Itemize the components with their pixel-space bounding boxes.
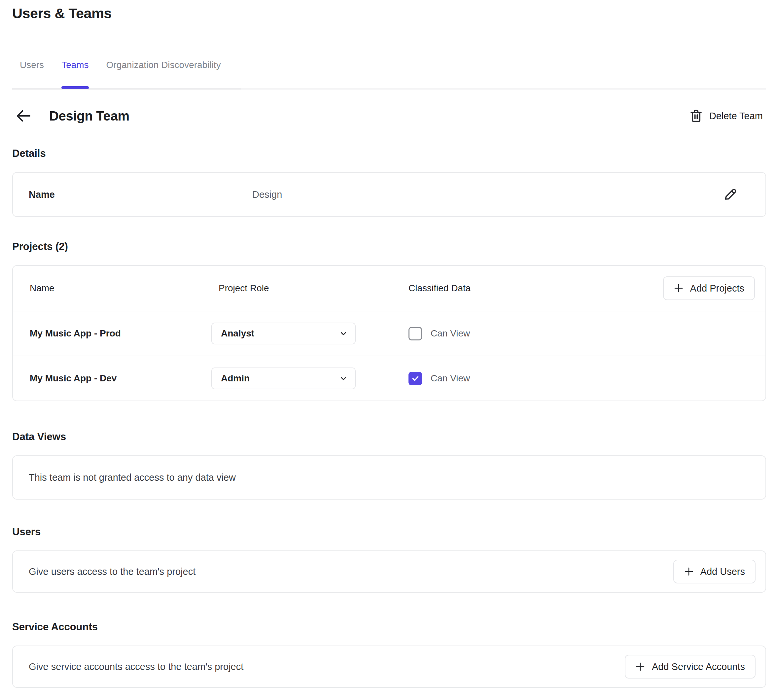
project-row-dev: My Music App - Dev Admin Can View (13, 356, 765, 400)
delete-team-label: Delete Team (709, 111, 763, 122)
plus-icon (635, 662, 645, 672)
page-title: Users & Teams (12, 5, 766, 22)
project-role-select-prod[interactable]: Analyst (212, 323, 356, 344)
project-role-select-dev[interactable]: Admin (212, 368, 356, 389)
data-views-card: This team is not granted access to any d… (12, 455, 766, 500)
project-name: My Music App - Prod (30, 328, 212, 339)
can-view-checkbox-checked[interactable] (408, 372, 422, 385)
can-view-label: Can View (431, 328, 470, 339)
add-projects-button[interactable]: Add Projects (663, 277, 755, 300)
users-description: Give users access to the team's project (29, 566, 673, 577)
service-accounts-card: Give service accounts access to the team… (12, 645, 766, 688)
selected-role-label: Admin (221, 373, 250, 384)
edit-name-button[interactable] (723, 188, 737, 202)
arrow-left-icon (16, 109, 31, 122)
can-view-label: Can View (431, 373, 470, 384)
trash-icon (690, 109, 702, 122)
add-users-button[interactable]: Add Users (673, 560, 756, 583)
service-accounts-description: Give service accounts access to the team… (29, 662, 625, 672)
team-name-value: Design (252, 189, 723, 200)
data-views-heading: Data Views (12, 431, 766, 443)
project-name: My Music App - Dev (30, 373, 212, 384)
tabs-divider (12, 88, 766, 90)
back-button[interactable] (15, 107, 32, 125)
add-service-accounts-label: Add Service Accounts (652, 662, 745, 672)
classified-can-view-toggle-dev[interactable]: Can View (408, 372, 755, 385)
projects-heading: Projects (2) (12, 241, 766, 253)
add-users-label: Add Users (700, 566, 745, 577)
projects-table-header: Name Project Role Classified Data Add Pr… (13, 266, 765, 311)
chevron-down-icon (339, 329, 348, 338)
users-card: Give users access to the team's project … (12, 550, 766, 593)
tab-teams[interactable]: Teams (62, 60, 88, 89)
team-title: Design Team (49, 108, 130, 123)
can-view-checkbox-unchecked[interactable] (408, 327, 422, 340)
delete-team-button[interactable]: Delete Team (690, 109, 766, 122)
plus-icon (684, 567, 694, 577)
add-service-accounts-button[interactable]: Add Service Accounts (625, 655, 756, 678)
service-accounts-heading: Service Accounts (12, 621, 766, 633)
name-label: Name (29, 189, 252, 200)
column-header-project-role: Project Role (212, 283, 408, 293)
data-views-empty-text: This team is not granted access to any d… (29, 472, 236, 483)
tab-users[interactable]: Users (20, 60, 44, 89)
tab-bar: Users Teams Organization Discoverability (12, 60, 766, 89)
details-card: Name Design (12, 172, 766, 217)
users-heading: Users (12, 526, 766, 538)
selected-role-label: Analyst (221, 328, 254, 339)
tab-organization-discoverability[interactable]: Organization Discoverability (106, 60, 221, 89)
users-teams-page: Users & Teams Users Teams Organization D… (0, 5, 778, 688)
tabs-divider-dark-segment (12, 88, 241, 90)
chevron-down-icon (339, 374, 348, 383)
column-header-classified-data: Classified Data (408, 283, 663, 293)
add-projects-label: Add Projects (690, 283, 744, 294)
projects-card: Name Project Role Classified Data Add Pr… (12, 265, 766, 401)
classified-can-view-toggle-prod[interactable]: Can View (408, 327, 755, 340)
column-header-name: Name (30, 283, 212, 293)
project-row-prod: My Music App - Prod Analyst Can View (13, 311, 765, 356)
plus-icon (674, 283, 683, 293)
team-header-bar: Design Team Delete Team (12, 107, 766, 125)
details-heading: Details (12, 148, 766, 160)
pencil-icon (723, 188, 737, 202)
